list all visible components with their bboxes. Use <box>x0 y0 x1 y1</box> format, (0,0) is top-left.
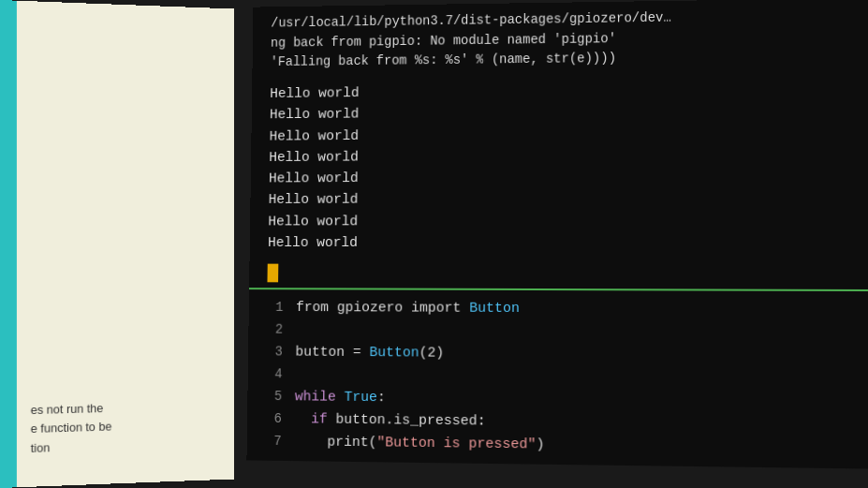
hello-world-line-8: Hello world <box>268 232 855 255</box>
text-line-2: e function to be <box>31 420 112 436</box>
screen-wrapper: /usr/local/lib/python3.7/dist-packages/g… <box>246 0 868 488</box>
hello-world-line-5: Hello world <box>269 166 854 190</box>
hello-world-line-7: Hello world <box>268 210 854 232</box>
text-line-1: es not run the <box>31 401 104 417</box>
hello-world-line-6: Hello world <box>269 187 854 211</box>
cursor-line <box>249 258 868 286</box>
text-line-3: tion <box>31 441 51 456</box>
teal-sidebar <box>0 0 17 488</box>
code-line-1: 1 from gpiozero import Button <box>257 297 864 322</box>
code-editor: 1 from gpiozero import Button 2 3 button… <box>246 289 868 469</box>
terminal-upper: /usr/local/lib/python3.7/dist-packages/g… <box>252 0 868 81</box>
code-line-3: 3 button = Button (2) <box>257 342 866 369</box>
left-panel: es not run the e function to be tion <box>0 0 234 488</box>
left-panel-text: es not run the e function to be tion <box>31 396 221 459</box>
hello-world-block: Hello world Hello world Hello world Hell… <box>250 74 868 258</box>
cursor-block <box>267 264 278 283</box>
hello-world-line-4: Hello world <box>269 143 853 168</box>
left-panel-content: es not run the e function to be tion <box>17 1 234 488</box>
terminal: /usr/local/lib/python3.7/dist-packages/g… <box>246 0 868 469</box>
